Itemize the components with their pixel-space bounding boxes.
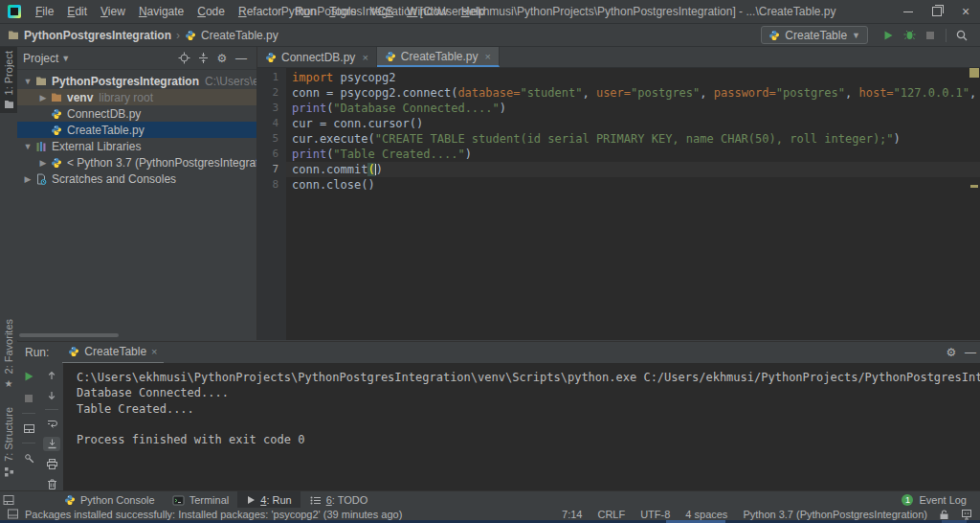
run-console[interactable]: C:\Users\ekhmusi\PythonProjects\PythonPo…: [63, 363, 980, 491]
collapse-all-button[interactable]: [193, 52, 212, 64]
close-icon[interactable]: ×: [151, 346, 157, 357]
settings-gear-icon[interactable]: ⚙: [212, 52, 232, 65]
run-configuration-select[interactable]: CreateTable ▼: [761, 26, 868, 44]
code-line-4[interactable]: 4cur = conn.cursor(): [257, 116, 980, 131]
code-area[interactable]: 1import psycopg22conn = psycopg2.connect…: [257, 70, 980, 193]
line-number[interactable]: 4: [257, 116, 286, 131]
run-tab[interactable]: CreateTable ×: [62, 341, 163, 364]
search-everywhere-button[interactable]: [951, 26, 972, 45]
pin-tab-button[interactable]: [20, 450, 37, 466]
line-number[interactable]: 8: [257, 177, 286, 193]
tool-stripe-project[interactable]: 1: Project: [0, 47, 17, 113]
tree-row--python-3-7-pythonpostgresintegration-[interactable]: ▶< Python 3.7 (PythonPostgresIntegration…: [17, 154, 256, 171]
stop-process-button[interactable]: [20, 391, 37, 406]
menu-edit[interactable]: Edit: [60, 0, 94, 23]
chevron-down-icon[interactable]: ▼: [61, 54, 70, 63]
event-log-button[interactable]: 1 Event Log: [902, 494, 967, 506]
down-stack-trace-button[interactable]: [43, 389, 60, 402]
code-text[interactable]: conn.commit(): [286, 162, 980, 177]
line-number[interactable]: 2: [257, 85, 286, 101]
tree-row-pythonpostgresintegration[interactable]: ▼PythonPostgresIntegrationC:\Users\ekhmu…: [17, 73, 256, 89]
line-number[interactable]: 5: [257, 131, 286, 147]
tree-expand-arrow[interactable]: ▶: [21, 174, 34, 184]
hector-inspection-icon[interactable]: [961, 509, 972, 520]
menu-view[interactable]: View: [94, 0, 132, 23]
project-panel-title[interactable]: Project: [23, 52, 58, 65]
status-message[interactable]: Packages installed successfully: Install…: [25, 509, 402, 520]
code-text[interactable]: cur.execute("CREATE TABLE student(id ser…: [286, 131, 980, 147]
code-line-2[interactable]: 2conn = psycopg2.connect(database="stude…: [257, 85, 980, 101]
line-number[interactable]: 1: [257, 70, 286, 85]
code-text[interactable]: print("Table Created...."): [286, 147, 980, 162]
code-line-8[interactable]: 8conn.close(): [257, 177, 980, 193]
code-text[interactable]: print("Database Connected...."): [286, 101, 980, 116]
status-item[interactable]: Python 3.7 (PythonPostgresIntegration): [743, 509, 927, 520]
line-number[interactable]: 3: [257, 101, 286, 116]
code-text[interactable]: import psycopg2: [286, 70, 980, 85]
close-icon[interactable]: ×: [485, 51, 491, 62]
rerun-button[interactable]: [20, 369, 37, 384]
breadcrumb-file[interactable]: CreateTable.py: [201, 29, 278, 42]
clear-console-button[interactable]: [43, 478, 60, 491]
editor-tab-createtable.py[interactable]: CreateTable.py×: [377, 47, 500, 67]
code-text[interactable]: cur = conn.cursor(): [286, 116, 980, 131]
tree-expand-arrow[interactable]: ▶: [36, 93, 50, 102]
locate-file-button[interactable]: [174, 52, 193, 64]
print-button[interactable]: [43, 458, 60, 471]
code-line-1[interactable]: 1import psycopg2: [257, 70, 980, 85]
line-number[interactable]: 6: [257, 147, 286, 162]
tree-row-createtable-py[interactable]: CreateTable.py: [17, 122, 256, 138]
tool-stripe-structure[interactable]: 7: Structure: [0, 403, 17, 481]
code-line-7[interactable]: 7conn.commit(): [257, 162, 980, 177]
run-settings-gear-icon[interactable]: ⚙: [942, 346, 961, 359]
code-line-3[interactable]: 3print("Database Connected...."): [257, 101, 980, 116]
soft-wrap-button[interactable]: [43, 417, 60, 430]
editor-scrollbar[interactable]: [969, 68, 980, 340]
status-item[interactable]: 4 spaces: [685, 509, 727, 520]
menu-navigate[interactable]: Navigate: [132, 0, 190, 23]
tree-row-external-libraries[interactable]: ▼External Libraries: [17, 138, 256, 154]
tool-stripe-favorites[interactable]: 2: Favorites ★: [0, 315, 17, 393]
hide-run-panel-button[interactable]: —: [961, 346, 980, 359]
warning-stripe-mark[interactable]: [970, 185, 978, 188]
tree-expand-arrow[interactable]: ▶: [36, 158, 50, 168]
tree-row-scratches-and-consoles[interactable]: ▶Scratches and Consoles: [17, 171, 256, 187]
tool-window-tab-terminal[interactable]: Terminal: [164, 491, 238, 509]
code-line-5[interactable]: 5cur.execute("CREATE TABLE student(id se…: [257, 131, 980, 147]
tool-window-switcher-icon[interactable]: [0, 494, 17, 506]
run-button[interactable]: [878, 26, 899, 45]
tree-expand-arrow[interactable]: ▼: [21, 142, 34, 151]
panel-toggle-icon[interactable]: [8, 509, 18, 519]
breadcrumb-project[interactable]: PythonPostgresIntegration: [24, 29, 171, 42]
code-text[interactable]: conn = psycopg2.connect(database="studen…: [286, 85, 980, 101]
code-line-6[interactable]: 6print("Table Created...."): [257, 147, 980, 162]
lock-icon[interactable]: [939, 509, 949, 520]
tree-row-connectdb-py[interactable]: ConnectDB.py: [17, 105, 256, 122]
up-stack-trace-button[interactable]: [43, 369, 60, 382]
tree-row-venv[interactable]: ▶venvlibrary root: [17, 89, 256, 105]
code-text[interactable]: conn.close(): [286, 177, 980, 193]
status-item[interactable]: CRLF: [597, 509, 625, 520]
line-number[interactable]: 7: [257, 162, 286, 177]
menu-file[interactable]: File: [29, 0, 60, 23]
scroll-to-end-button[interactable]: [43, 437, 60, 450]
warning-stripe-mark[interactable]: [969, 68, 979, 78]
debug-button[interactable]: [899, 26, 920, 45]
hide-panel-button[interactable]: —: [232, 52, 251, 65]
restore-button[interactable]: [923, 0, 951, 23]
tool-window-tab-python-console[interactable]: Python Console: [56, 491, 164, 509]
tool-window-tab-6-todo[interactable]: 6: TODO: [301, 491, 377, 509]
close-button[interactable]: ×: [951, 0, 980, 23]
stop-button[interactable]: [920, 26, 941, 45]
menu-code[interactable]: Code: [190, 0, 232, 23]
editor-tab-connectdb.py[interactable]: ConnectDB.py×: [257, 47, 377, 67]
status-item[interactable]: UTF-8: [640, 509, 670, 520]
minimize-button[interactable]: [894, 0, 923, 23]
close-icon[interactable]: ×: [362, 52, 368, 63]
menu-refactor[interactable]: Refactor: [232, 0, 288, 23]
horizontal-scrollbar[interactable]: [19, 333, 119, 337]
tool-window-tab-4-run[interactable]: 4: Run: [237, 491, 300, 509]
restore-layout-button[interactable]: [20, 421, 37, 436]
status-item[interactable]: 7:14: [562, 509, 582, 520]
tree-expand-arrow[interactable]: ▼: [21, 77, 34, 86]
